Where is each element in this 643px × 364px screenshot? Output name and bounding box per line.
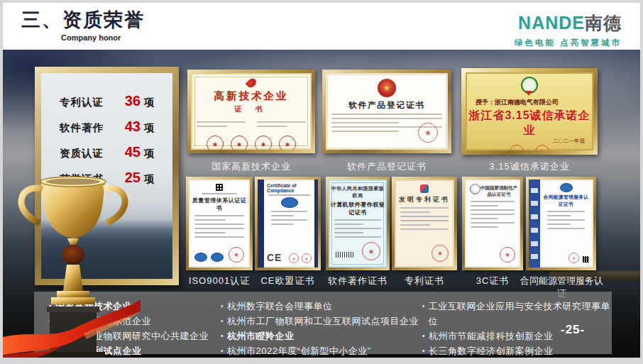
- cert-inner: ★ 软件产品登记证书 ★: [326, 73, 448, 150]
- company-logo: NANDE南德 绿色电能 点亮智慧城市: [515, 11, 622, 48]
- honor-item: •长三角数字经济创新案例企业: [419, 343, 612, 358]
- logo-side-band: [529, 180, 540, 268]
- ce-mark: CE: [267, 252, 282, 263]
- cert-title: 合同能源管理服务认证证书: [542, 194, 590, 208]
- blue-badge-icon: [281, 197, 298, 208]
- red-seal-icon: ★: [510, 145, 524, 150]
- cert-inner: 发明专利证书 ★: [395, 180, 454, 268]
- stat-row-software: 软件著作 43 项: [60, 118, 172, 135]
- cert-title: 软件产品登记证书: [326, 100, 448, 111]
- blue-badge-icon: [560, 183, 573, 192]
- cert-text-lines: [189, 215, 250, 238]
- cert-inner: 授予：浙江南德电气有限公司 浙江省3.15诚信承诺企业 ★ ★ 二〇二一年颁: [466, 72, 593, 150]
- seal-row: ★★: [289, 253, 312, 263]
- cert-caption: 国家高新技术企业: [187, 160, 315, 173]
- cert-iso9001: 质量管理体系认证证书 ★: [186, 177, 253, 270]
- stat-value: 45: [118, 144, 141, 160]
- cert-inner: 中国国家强制性产品认证证书 ★: [465, 180, 520, 268]
- cert-body: 合同能源管理服务认证证书: [542, 183, 590, 229]
- national-emblem-icon: ★: [378, 79, 396, 97]
- patent-office-logo-icon: [420, 184, 429, 193]
- accreditation-logos: [194, 253, 224, 262]
- ccc-logo-icon: [470, 184, 480, 194]
- honor-item: •杭州市瞪羚企业: [217, 329, 419, 343]
- page-number: -25-: [561, 323, 585, 337]
- cert-title-line2: 计算机软件著作权登记证书: [329, 201, 387, 216]
- cert-inner: 合同能源管理服务认证证书 ★: [529, 180, 593, 268]
- red-seal-icon: ★: [568, 253, 579, 263]
- cert-caption: CE欧盟证书: [251, 275, 325, 287]
- cert-date: 二〇二一年颁: [553, 138, 585, 145]
- cert-fields: [191, 118, 312, 130]
- red-seal-icon: ★: [535, 145, 549, 150]
- cert-patent: 发明专利证书 ★: [392, 177, 457, 270]
- cert-title: 中国国家强制性产品认证证书: [479, 185, 519, 198]
- cert-software-copyright: 中华人民共和国国家版权局 计算机软件著作权登记证书 ★: [326, 177, 390, 270]
- award-line: 授予：浙江南德电气有限公司: [476, 98, 593, 107]
- red-seal-icons: ★★★★: [191, 136, 312, 150]
- cert-3c: 中国国家强制性产品认证证书 ★: [462, 177, 523, 270]
- code-mark-icon: [216, 184, 223, 191]
- honors-column-2: •杭州数字联合会理事单位 •杭州市工厂物联网和工业互联网试点项目企业 •杭州市瞪…: [217, 299, 419, 354]
- cert-caption: 软件著作证书: [322, 275, 394, 287]
- cert-caption: ISO9001认证: [182, 275, 257, 287]
- honor-item: •杭州市2022年度“创新型中小企业”: [217, 343, 419, 358]
- cert-software-product: ★ 软件产品登记证书 ★: [322, 70, 451, 153]
- cert-title: 浙江省3.15诚信承诺企业: [466, 109, 593, 138]
- stat-label: 资质认证: [60, 147, 118, 160]
- stat-unit: 项: [144, 172, 155, 186]
- cert-inner: 高新技术企业 证 书 ★★★★: [191, 73, 312, 150]
- cert-subtitle: 证 书: [191, 104, 312, 114]
- slide: 三、资质荣誉 Company honor NANDE南德 绿色电能 点亮智慧城市…: [3, 3, 640, 358]
- cert-caption: 3.15诚信承诺企业: [461, 160, 598, 173]
- cert-315-integrity: 授予：浙江南德电气有限公司 浙江省3.15诚信承诺企业 ★ ★ 二〇二一年颁: [461, 68, 598, 155]
- red-seal-icon: ★: [418, 123, 438, 143]
- cert-ce: Certificate of Compliance CE ★★: [255, 177, 321, 270]
- page-title: 三、资质荣誉: [21, 7, 145, 33]
- cert-caption: 软件产品登记证书: [322, 160, 451, 173]
- red-seal-icon: ★: [432, 245, 449, 262]
- red-seal-icon: ★: [229, 247, 244, 263]
- logo-wordmark: NANDE南德: [515, 11, 622, 35]
- cert-text-lines: [329, 219, 387, 238]
- stat-label: 专利认证: [60, 96, 118, 109]
- honor-item: •杭州数字联合会理事单位: [217, 299, 419, 314]
- seal-row: ★ ★: [466, 145, 593, 150]
- trophy-image: [3, 172, 141, 358]
- cert-text-lines: [465, 201, 520, 228]
- stat-value: 36: [118, 93, 141, 109]
- cert-inner: Certificate of Compliance CE ★★: [258, 180, 318, 268]
- cert-title: 高新技术企业: [191, 89, 312, 103]
- stat-label: 软件著作: [60, 121, 118, 135]
- iaf-logo-icon: [194, 253, 207, 262]
- red-star-seal-icon: ★: [362, 242, 380, 260]
- stat-row-patent: 专利认证 36 项: [60, 93, 172, 109]
- ce-side-band: [258, 180, 264, 268]
- logo-tagline: 绿色电能 点亮智慧城市: [515, 38, 622, 48]
- cert-caption: 专利证书: [389, 275, 460, 287]
- stat-unit: 项: [144, 96, 155, 109]
- cert-caption: 3C证书: [461, 275, 524, 287]
- stat-row-qualification: 资质认证 45 项: [60, 144, 172, 160]
- cert-body: Certificate of Compliance: [265, 183, 313, 225]
- honor-item: •杭州市工厂物联网和工业互联网试点项目企业: [217, 314, 419, 329]
- flame-icon: [245, 77, 258, 89]
- green-emblem-icon: [521, 77, 538, 94]
- screenshot-frame: 三、资质荣誉 Company honor NANDE南德 绿色电能 点亮智慧城市…: [0, 0, 643, 364]
- stat-unit: 项: [144, 147, 155, 160]
- cert-high-tech-enterprise: 高新技术企业 证 书 ★★★★: [187, 70, 315, 153]
- qr-code-icon: [583, 256, 589, 263]
- cert-title: 发明专利证书: [395, 195, 454, 204]
- cert-inner: 质量管理体系认证证书 ★: [189, 180, 250, 268]
- stat-value: 43: [118, 118, 141, 135]
- logo-cn-text: 南德: [585, 13, 622, 33]
- cert-inner: 中华人民共和国国家版权局 计算机软件著作权登记证书 ★: [329, 180, 387, 268]
- stat-unit: 项: [144, 121, 155, 135]
- red-seal-icon: ★: [500, 247, 515, 263]
- barcode-icon: [336, 252, 354, 258]
- cert-energy-management: 合同能源管理服务认证证书 ★: [526, 177, 596, 270]
- header: 三、资质荣誉 Company honor NANDE南德 绿色电能 点亮智慧城市: [3, 3, 640, 50]
- page-subtitle: Company honor: [61, 33, 121, 42]
- ce-side-band: [314, 180, 318, 268]
- background-photo: 专利认证 36 项 软件著作 43 项 资质认证 45 项 荣誉证书 25: [3, 50, 640, 358]
